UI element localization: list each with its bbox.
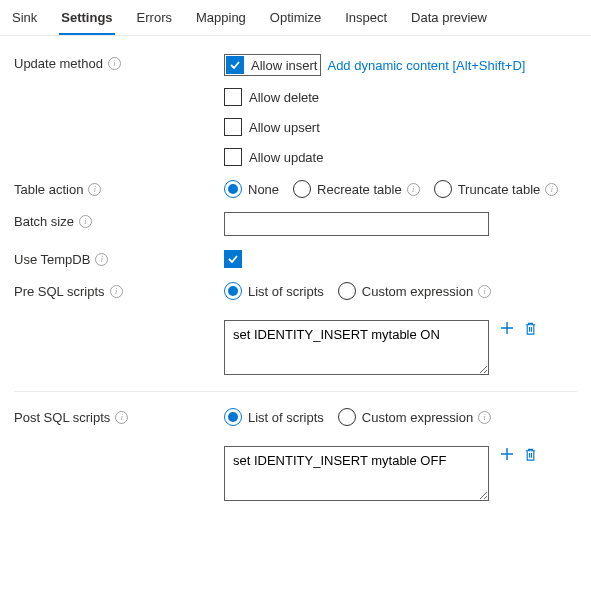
- batch-size-label: Batch size i: [14, 212, 224, 229]
- settings-form: Update method i Allow insert Add dynamic…: [0, 36, 591, 533]
- info-icon[interactable]: i: [108, 57, 121, 70]
- post-sql-custom-radio[interactable]: Custom expression i: [338, 408, 491, 426]
- info-icon[interactable]: i: [478, 285, 491, 298]
- allow-delete-checkbox[interactable]: [224, 88, 242, 106]
- table-action-recreate[interactable]: Recreate table i: [293, 180, 420, 198]
- allow-insert-label: Allow insert: [251, 58, 317, 73]
- allow-update-checkbox[interactable]: [224, 148, 242, 166]
- tab-mapping[interactable]: Mapping: [194, 0, 248, 35]
- add-icon[interactable]: [499, 446, 515, 462]
- tab-sink[interactable]: Sink: [10, 0, 39, 35]
- info-icon[interactable]: i: [115, 411, 128, 424]
- add-dynamic-content-link[interactable]: Add dynamic content [Alt+Shift+D]: [327, 58, 525, 73]
- allow-delete-label: Allow delete: [249, 90, 319, 105]
- tab-settings[interactable]: Settings: [59, 0, 114, 35]
- info-icon[interactable]: i: [407, 183, 420, 196]
- table-action-label: Table action i: [14, 180, 224, 197]
- pre-sql-custom-radio[interactable]: Custom expression i: [338, 282, 491, 300]
- delete-icon[interactable]: [523, 447, 538, 462]
- table-action-none[interactable]: None: [224, 180, 279, 198]
- post-sql-textarea[interactable]: [224, 446, 489, 501]
- info-icon[interactable]: i: [88, 183, 101, 196]
- tab-inspect[interactable]: Inspect: [343, 0, 389, 35]
- delete-icon[interactable]: [523, 321, 538, 336]
- divider: [14, 391, 577, 392]
- info-icon[interactable]: i: [95, 253, 108, 266]
- allow-update-label: Allow update: [249, 150, 323, 165]
- info-icon[interactable]: i: [79, 215, 92, 228]
- info-icon[interactable]: i: [110, 285, 123, 298]
- use-tempdb-checkbox[interactable]: [224, 250, 242, 268]
- allow-upsert-label: Allow upsert: [249, 120, 320, 135]
- allow-insert-checkbox[interactable]: [226, 56, 244, 74]
- batch-size-input[interactable]: [224, 212, 489, 236]
- use-tempdb-label: Use TempDB i: [14, 250, 224, 267]
- allow-upsert-checkbox[interactable]: [224, 118, 242, 136]
- info-icon[interactable]: i: [478, 411, 491, 424]
- info-icon[interactable]: i: [545, 183, 558, 196]
- pre-sql-list-radio[interactable]: List of scripts: [224, 282, 324, 300]
- tab-optimize[interactable]: Optimize: [268, 0, 323, 35]
- update-method-label: Update method i: [14, 54, 224, 71]
- tab-data-preview[interactable]: Data preview: [409, 0, 489, 35]
- pre-sql-label: Pre SQL scripts i: [14, 282, 224, 299]
- tab-errors[interactable]: Errors: [135, 0, 174, 35]
- add-icon[interactable]: [499, 320, 515, 336]
- table-action-truncate[interactable]: Truncate table i: [434, 180, 559, 198]
- pre-sql-textarea[interactable]: [224, 320, 489, 375]
- tab-bar: Sink Settings Errors Mapping Optimize In…: [0, 0, 591, 36]
- post-sql-label: Post SQL scripts i: [14, 408, 224, 425]
- post-sql-list-radio[interactable]: List of scripts: [224, 408, 324, 426]
